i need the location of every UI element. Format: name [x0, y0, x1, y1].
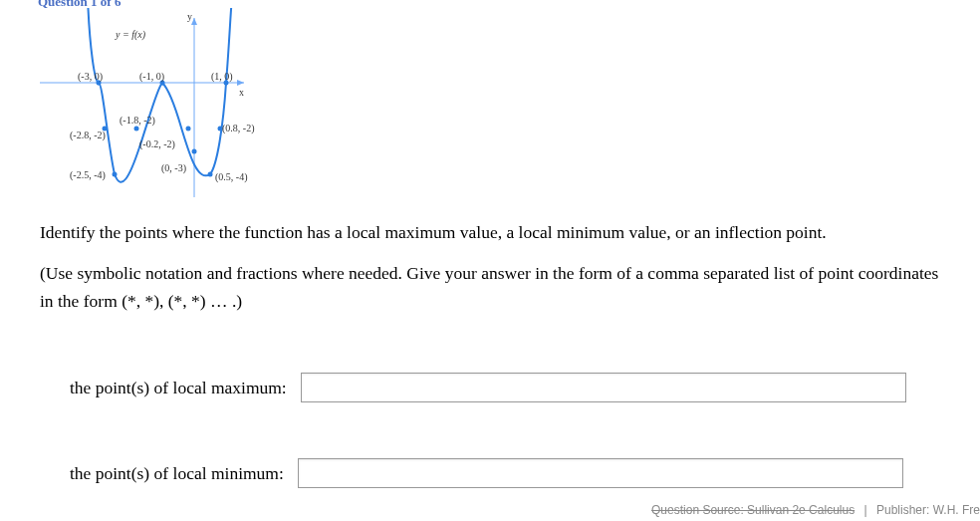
publisher-text: Publisher: W.H. Fre	[876, 503, 980, 517]
pt-label: (-1, 0)	[139, 71, 164, 83]
pt-label: (-1.8, -2)	[120, 115, 155, 127]
local-max-row: the point(s) of local maximum:	[40, 373, 940, 402]
local-min-label: the point(s) of local minimum:	[70, 463, 284, 484]
local-min-input[interactable]	[298, 458, 903, 488]
footer-source: Question Source: Sullivan 2e Calculus | …	[651, 503, 980, 517]
svg-point-15	[113, 172, 118, 177]
svg-marker-1	[237, 80, 244, 86]
pt-label: (0.8, -2)	[222, 123, 255, 134]
pt-label: (-2.8, -2)	[70, 130, 106, 141]
svg-point-16	[208, 172, 213, 177]
pt-label: (0, -3)	[161, 162, 186, 174]
local-max-input[interactable]	[301, 373, 906, 402]
function-graph: y x y = f(x) (-3, 0) (-1, 0) (1, 0)	[40, 8, 259, 207]
x-axis-label: x	[239, 87, 244, 98]
source-text: Question Source: Sullivan 2e Calculus	[651, 503, 855, 517]
pt-label: (0.5, -4)	[215, 171, 248, 183]
svg-point-13	[186, 127, 191, 131]
pt-label: (-0.2, -2)	[139, 138, 175, 150]
svg-point-14	[192, 149, 197, 154]
pt-label: (-2.5, -4)	[70, 169, 106, 181]
question-text: Identify the points where the function h…	[40, 219, 940, 245]
pt-label: (1, 0)	[211, 71, 233, 83]
pt-label: (-3, 0)	[78, 71, 103, 83]
y-axis-label: y	[187, 11, 192, 22]
function-label: y = f(x)	[115, 29, 146, 41]
instruction-text: (Use symbolic notation and fractions whe…	[40, 259, 940, 315]
local-max-label: the point(s) of local maximum:	[70, 378, 287, 398]
svg-point-10	[134, 127, 139, 131]
local-min-row: the point(s) of local minimum:	[40, 458, 940, 488]
